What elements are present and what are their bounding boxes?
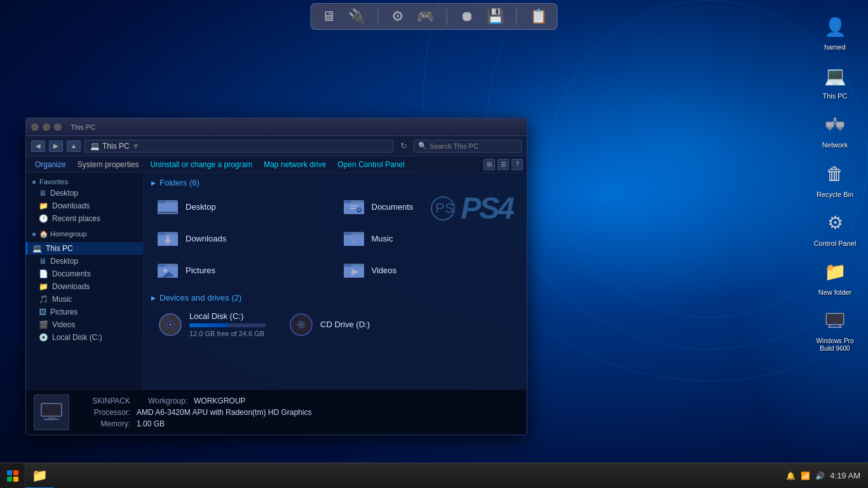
sidebar-item-videos[interactable]: 🎬 Videos bbox=[26, 318, 143, 331]
start-button[interactable] bbox=[0, 463, 25, 489]
explorer-window: This PC ◀ ▶ ▲ 💻 This PC ▼ ↻ 🔍 Search Thi… bbox=[25, 118, 527, 435]
new-folder-label: New folder bbox=[818, 288, 852, 297]
sidebar-item-pictures[interactable]: 🖼 Pictures bbox=[26, 306, 143, 318]
local-disk-name: Local Disk (C:) bbox=[189, 311, 266, 321]
status-info: SKINPACK Workgroup: WORKGROUP Processor:… bbox=[79, 396, 311, 428]
back-button[interactable]: ◀ bbox=[31, 140, 45, 152]
svg-rect-28 bbox=[158, 232, 165, 235]
menu-open-control-panel[interactable]: Open Control Panel bbox=[332, 159, 409, 170]
folder-music[interactable]: ♪ Music bbox=[337, 224, 520, 252]
media-icon[interactable]: ⏺ bbox=[460, 8, 474, 25]
folder-pictures[interactable]: Pictures bbox=[151, 256, 334, 284]
folder-music-icon: ♪ bbox=[342, 227, 365, 250]
folder-desktop-icon bbox=[156, 195, 179, 218]
folder-desktop[interactable]: Desktop bbox=[151, 193, 334, 220]
drives-section: Devices and drives (2) Local Disk (C:) bbox=[151, 293, 519, 341]
explorer-menubar: Organize System properties Uninstall or … bbox=[26, 156, 527, 173]
recycle-bin-icon: 🗑 bbox=[821, 160, 849, 188]
up-button[interactable]: ▲ bbox=[67, 140, 81, 152]
svg-rect-17 bbox=[158, 200, 165, 203]
settings-icon[interactable]: ⚙ bbox=[391, 8, 404, 25]
taskbar-speaker-icon: 🔊 bbox=[815, 471, 825, 480]
sidebar-favorites-header[interactable]: Favorites bbox=[26, 175, 143, 187]
address-path[interactable]: 💻 This PC ▼ bbox=[85, 140, 393, 152]
taskbar-network-icon: 📶 bbox=[801, 471, 810, 480]
sidebar-desktop-label: Desktop bbox=[50, 189, 78, 198]
forward-button[interactable]: ▶ bbox=[49, 140, 63, 152]
windows-pro-icon bbox=[821, 307, 849, 335]
taskbar-clock[interactable]: 4:19 AM bbox=[830, 471, 860, 480]
svg-rect-33 bbox=[344, 232, 351, 235]
sidebar-item-downloads2[interactable]: 📁 Downloads bbox=[26, 280, 143, 293]
sidebar-item-desktop[interactable]: 🖥 Desktop bbox=[26, 187, 143, 200]
minimize-button[interactable] bbox=[43, 123, 50, 131]
sidebar-item-music[interactable]: 🎵 Music bbox=[26, 293, 143, 306]
status-memory-val: 1.00 GB bbox=[137, 419, 165, 428]
folder-downloads[interactable]: Downloads bbox=[151, 224, 334, 252]
menu-uninstall[interactable]: Uninstall or change a program bbox=[145, 159, 257, 170]
folder-documents-icon bbox=[342, 195, 365, 218]
local-disk-drive-icon bbox=[158, 312, 183, 337]
svg-rect-11 bbox=[827, 314, 843, 324]
folder-videos-icon bbox=[342, 259, 365, 281]
desktop-icon-recycle-bin[interactable]: 🗑 Recycle Bin bbox=[812, 160, 858, 199]
desktop-icon-network[interactable]: Network bbox=[812, 111, 858, 149]
sidebar-this-pc[interactable]: 💻 This PC bbox=[26, 242, 143, 255]
close-button[interactable] bbox=[31, 123, 39, 131]
desktop-icon-this-pc[interactable]: 💻 This PC bbox=[812, 62, 858, 100]
view-details-button[interactable]: ⊞ bbox=[484, 159, 495, 170]
taskbar-explorer-button[interactable]: 📁 bbox=[25, 463, 53, 489]
status-skinpack-label: SKINPACK bbox=[79, 396, 130, 405]
svg-rect-4 bbox=[837, 127, 843, 129]
refresh-button[interactable]: ↻ bbox=[397, 140, 410, 152]
menu-map-network[interactable]: Map network drive bbox=[259, 159, 331, 170]
desktop-icon-control-panel[interactable]: ⚙ Control Panel bbox=[812, 209, 858, 248]
view-list-button[interactable]: ☰ bbox=[498, 159, 509, 170]
network-icon bbox=[821, 111, 849, 139]
help-button[interactable]: ? bbox=[512, 159, 523, 170]
ps4-logo: PS PS4 bbox=[430, 191, 513, 226]
sidebar-music-label: Music bbox=[52, 295, 72, 304]
sidebar-downloads2-label: Downloads bbox=[52, 282, 90, 291]
cd-drive-name: CD Drive (D:) bbox=[320, 320, 370, 329]
menu-organize[interactable]: Organize bbox=[30, 159, 71, 170]
clipboard-icon[interactable]: 📋 bbox=[530, 8, 547, 25]
desktop-icon-new-folder[interactable]: 📁 New folder bbox=[812, 258, 858, 297]
menu-system-properties[interactable]: System properties bbox=[72, 159, 144, 170]
folder-downloads-icon bbox=[156, 227, 179, 250]
videos-icon: 🎬 bbox=[39, 320, 48, 329]
status-processor-key: Processor: bbox=[79, 408, 130, 417]
folder-videos[interactable]: Videos bbox=[337, 256, 520, 284]
sidebar-item-local-disk[interactable]: 💿 Local Disk (C:) bbox=[26, 331, 143, 344]
maximize-button[interactable] bbox=[54, 123, 62, 131]
display-icon[interactable]: 🖥 bbox=[322, 8, 336, 25]
explorer-statusbar: SKINPACK Workgroup: WORKGROUP Processor:… bbox=[26, 389, 527, 435]
drive-cd[interactable]: CD Drive (D:) bbox=[282, 308, 397, 341]
desktop-sidebar-icon: 🖥 bbox=[39, 189, 46, 198]
this-pc-label: This PC bbox=[822, 92, 847, 100]
music-icon: 🎵 bbox=[39, 295, 48, 304]
sidebar-pictures-label: Pictures bbox=[50, 308, 78, 316]
local-disk-bar bbox=[189, 323, 228, 327]
sidebar-item-desktop2[interactable]: 🖥 Desktop bbox=[26, 255, 143, 268]
status-processor-val: AMD A6-3420M APU with Radeon(tm) HD Grap… bbox=[137, 408, 311, 417]
svg-point-48 bbox=[169, 323, 172, 326]
gamepad-icon[interactable]: 🎮 bbox=[417, 8, 434, 25]
desktop-icon-hamed[interactable]: 👤 hamed bbox=[812, 13, 858, 51]
drives-grid: Local Disk (C:) 12.0 GB free of 24.6 GB bbox=[151, 308, 519, 341]
desktop-icon-windows-pro[interactable]: Windows ProBuild 9600 bbox=[812, 307, 858, 353]
drive-local-disk[interactable]: Local Disk (C:) 12.0 GB free of 24.6 GB bbox=[151, 308, 272, 341]
sidebar-item-downloads[interactable]: 📁 Downloads bbox=[26, 200, 143, 212]
sidebar-homegroup-header[interactable]: 🏠 Homegroup bbox=[26, 227, 143, 240]
search-box[interactable]: 🔍 Search This PC bbox=[414, 140, 522, 152]
path-arrow: ▼ bbox=[132, 142, 140, 151]
svg-point-38 bbox=[163, 269, 167, 273]
control-panel-icon: ⚙ bbox=[821, 209, 849, 237]
storage-icon[interactable]: 💾 bbox=[487, 8, 504, 25]
sidebar-item-documents[interactable]: 📄 Documents bbox=[26, 268, 143, 280]
sidebar-item-recent-places[interactable]: 🕐 Recent places bbox=[26, 212, 143, 225]
sidebar-videos-label: Videos bbox=[52, 320, 75, 329]
explorer-sidebar: Favorites 🖥 Desktop 📁 Downloads 🕐 Recent… bbox=[26, 173, 144, 389]
connections-icon[interactable]: 🔌 bbox=[348, 8, 365, 25]
folder-documents-label: Documents bbox=[372, 202, 414, 212]
